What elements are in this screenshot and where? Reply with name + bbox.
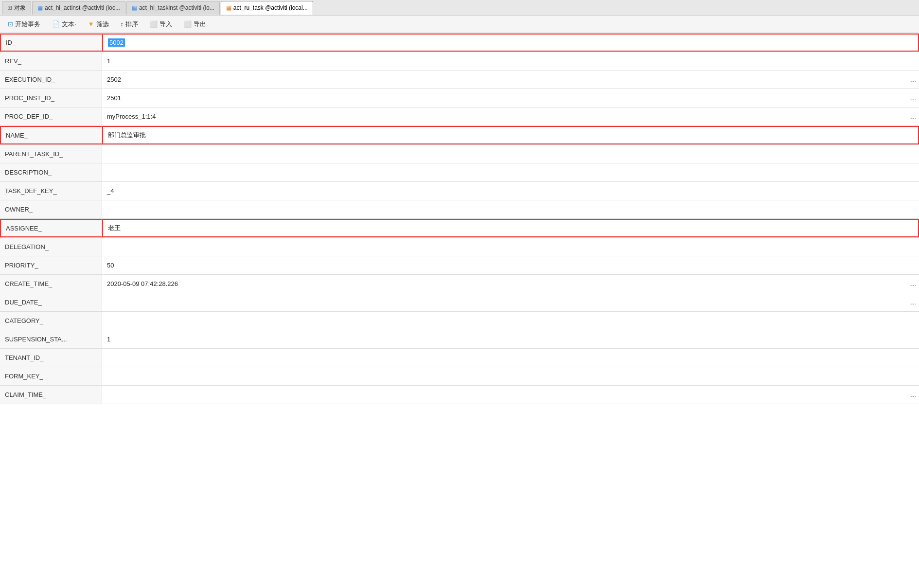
value-field-delegation[interactable] [102, 238, 919, 256]
value-field-category[interactable] [102, 312, 919, 330]
label-field-delegation: DELEGATION_ [0, 238, 102, 256]
field-row-field-due-date: DUE_DATE_... [0, 293, 919, 312]
btn-text[interactable]: 📄 文本· [48, 18, 80, 30]
sort-icon: ↕ [121, 20, 124, 28]
tab-label-rutask: act_ru_task @activiti (local... [233, 4, 308, 11]
field-row-field-proc-inst-id: PROC_INST_ID_2501... [0, 89, 919, 107]
btn-export-label: 导出 [194, 20, 206, 29]
btn-export[interactable]: ⬜ 导出 [180, 18, 210, 30]
value-field-form-key[interactable] [102, 367, 919, 385]
value-field-assignee[interactable]: 老王 [102, 219, 919, 237]
label-field-description: DESCRIPTION_ [0, 163, 102, 181]
btn-sort-label: 排序 [125, 20, 138, 29]
value-field-task-def-key[interactable]: _4 [102, 182, 919, 200]
label-field-rev: REV_ [0, 52, 102, 70]
import-icon: ⬜ [150, 20, 158, 28]
field-row-field-name: NAME_部门总监审批 [0, 126, 919, 145]
value-field-claim-time[interactable]: ... [102, 386, 919, 404]
transaction-icon: ⊡ [8, 20, 13, 28]
value-field-suspension-sta[interactable]: 1 [102, 330, 919, 348]
field-row-field-form-key: FORM_KEY_ [0, 367, 919, 386]
field-row-field-suspension-sta: SUSPENSION_STA...1 [0, 330, 919, 349]
btn-import-label: 导入 [159, 20, 172, 29]
btn-text-label: 文本· [62, 20, 76, 29]
value-field-id[interactable]: 5002 [102, 34, 919, 52]
label-field-priority: PRIORITY_ [0, 256, 102, 274]
field-row-field-create-time: CREATE_TIME_2020-05-09 07:42:28.226... [0, 275, 919, 293]
tab-icon-rutask: ▦ [226, 4, 231, 11]
label-field-category: CATEGORY_ [0, 312, 102, 330]
label-field-execution-id: EXECUTION_ID_ [0, 71, 102, 89]
field-row-field-owner: OWNER_ [0, 200, 919, 219]
label-field-proc-def-id: PROC_DEF_ID_ [0, 107, 102, 125]
ellipsis-btn-field-proc-inst-id[interactable]: ... [905, 95, 914, 102]
field-row-field-parent-task-id: PARENT_TASK_ID_ [0, 145, 919, 163]
label-field-id: ID_ [0, 34, 102, 52]
label-field-proc-inst-id: PROC_INST_ID_ [0, 89, 102, 107]
value-field-proc-inst-id[interactable]: 2501... [102, 89, 919, 107]
label-field-owner: OWNER_ [0, 200, 102, 218]
tab-label-taskinst: act_hi_taskinst @activiti (lo... [139, 4, 214, 11]
value-field-create-time[interactable]: 2020-05-09 07:42:28.226... [102, 275, 919, 293]
tab-label-actinst: act_hi_actinst @activiti (loc... [45, 4, 120, 11]
ellipsis-btn-field-execution-id[interactable]: ... [905, 76, 914, 83]
label-field-parent-task-id: PARENT_TASK_ID_ [0, 145, 102, 163]
tab-actinst[interactable]: ▦ act_hi_actinst @activiti (loc... [32, 1, 125, 15]
main-content: ID_5002REV_1EXECUTION_ID_2502...PROC_INS… [0, 33, 919, 588]
field-row-field-claim-time: CLAIM_TIME_... [0, 386, 919, 404]
btn-import[interactable]: ⬜ 导入 [146, 18, 176, 30]
field-row-field-proc-def-id: PROC_DEF_ID_myProcess_1:1:4... [0, 107, 919, 126]
value-field-owner[interactable] [102, 200, 919, 218]
field-row-field-execution-id: EXECUTION_ID_2502... [0, 71, 919, 89]
ellipsis-btn-field-claim-time[interactable]: ... [905, 392, 914, 398]
value-field-priority[interactable]: 50 [102, 256, 919, 274]
export-icon: ⬜ [184, 20, 192, 28]
tab-taskinst[interactable]: ▦ act_hi_taskinst @activiti (lo... [126, 1, 220, 15]
label-field-task-def-key: TASK_DEF_KEY_ [0, 182, 102, 200]
value-field-name[interactable]: 部门总监审批 [102, 126, 919, 144]
field-row-field-delegation: DELEGATION_ [0, 238, 919, 256]
ellipsis-btn-field-proc-def-id[interactable]: ... [905, 113, 914, 120]
id-selected-text: 5002 [108, 38, 125, 47]
label-field-tenant-id: TENANT_ID_ [0, 349, 102, 367]
label-field-assignee: ASSIGNEE_ [0, 219, 102, 237]
btn-transaction-label: 开始事务 [15, 20, 40, 29]
tab-icon-actinst: ▦ [37, 4, 43, 11]
value-field-tenant-id[interactable] [102, 349, 919, 367]
value-field-parent-task-id[interactable] [102, 145, 919, 163]
label-field-create-time: CREATE_TIME_ [0, 275, 102, 293]
tab-icon-duixiang: ⊞ [7, 4, 12, 11]
btn-filter[interactable]: ▼ 筛选 [84, 18, 113, 30]
field-row-field-rev: REV_1 [0, 52, 919, 71]
field-row-field-tenant-id: TENANT_ID_ [0, 349, 919, 367]
btn-sort[interactable]: ↕ 排序 [117, 18, 142, 30]
label-field-claim-time: CLAIM_TIME_ [0, 386, 102, 404]
field-row-field-category: CATEGORY_ [0, 312, 919, 330]
label-field-due-date: DUE_DATE_ [0, 293, 102, 311]
field-row-field-description: DESCRIPTION_ [0, 163, 919, 182]
filter-icon: ▼ [88, 20, 94, 28]
value-field-rev[interactable]: 1 [102, 52, 919, 70]
value-field-proc-def-id[interactable]: myProcess_1:1:4... [102, 107, 919, 125]
tab-duixiang[interactable]: ⊞ 对象 [2, 1, 31, 15]
ellipsis-btn-field-due-date[interactable]: ... [905, 299, 914, 306]
label-field-form-key: FORM_KEY_ [0, 367, 102, 385]
tab-icon-taskinst: ▦ [132, 4, 137, 11]
tab-bar: ⊞ 对象 ▦ act_hi_actinst @activiti (loc... … [0, 0, 919, 16]
label-field-suspension-sta: SUSPENSION_STA... [0, 330, 102, 348]
field-row-field-assignee: ASSIGNEE_老王 [0, 219, 919, 238]
value-field-due-date[interactable]: ... [102, 293, 919, 311]
tab-rutask[interactable]: ▦ act_ru_task @activiti (local... [221, 1, 313, 15]
toolbar: ⊡ 开始事务 📄 文本· ▼ 筛选 ↕ 排序 ⬜ 导入 ⬜ 导出 [0, 16, 919, 33]
field-row-field-task-def-key: TASK_DEF_KEY__4 [0, 182, 919, 200]
text-icon: 📄 [52, 20, 60, 28]
field-row-field-id: ID_5002 [0, 33, 919, 52]
field-row-field-priority: PRIORITY_50 [0, 256, 919, 275]
value-field-description[interactable] [102, 163, 919, 181]
label-field-name: NAME_ [0, 126, 102, 144]
btn-transaction[interactable]: ⊡ 开始事务 [4, 18, 44, 30]
ellipsis-btn-field-create-time[interactable]: ... [905, 281, 914, 287]
btn-filter-label: 筛选 [96, 20, 109, 29]
tab-label-duixiang: 对象 [14, 4, 26, 12]
value-field-execution-id[interactable]: 2502... [102, 71, 919, 89]
